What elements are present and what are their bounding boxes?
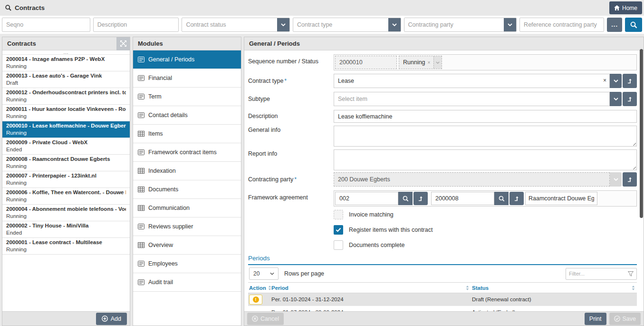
framework-agreement-label: Framework agreement — [248, 190, 334, 207]
form-icon — [138, 57, 144, 62]
clear-icon[interactable]: × — [603, 78, 606, 83]
contracting-party-label: Contracting party* — [248, 172, 334, 187]
home-button[interactable]: Home — [609, 1, 642, 14]
module-item-overview[interactable]: Overview — [133, 236, 241, 255]
module-item-documents[interactable]: Documents — [133, 180, 241, 199]
framework-number-field[interactable] — [431, 192, 494, 205]
contracts-panel-footer: Add — [2, 311, 130, 326]
chevron-down-icon[interactable] — [433, 56, 442, 69]
page-title-text: Contracts — [15, 4, 45, 11]
table-icon — [138, 205, 144, 211]
general-info-label: General info — [248, 126, 334, 147]
contract-list-item[interactable]: 2000012 - Onderhoudscontract printers in… — [2, 88, 130, 105]
reference-contracting-party-input[interactable] — [519, 18, 604, 32]
module-item-items[interactable]: Items — [133, 125, 241, 143]
subtype-goto-button[interactable] — [623, 92, 637, 106]
table-icon — [138, 131, 144, 137]
level-up-icon — [627, 177, 633, 182]
rows-per-page-label: Rows per page — [284, 270, 324, 277]
contract-list-item-selected[interactable]: 2000010 - Lease koffiemachine - Douwe Eg… — [2, 121, 130, 138]
expand-panel-button[interactable] — [116, 37, 130, 50]
sequence-status-group: Running × — [334, 54, 637, 70]
register-items-checkbox[interactable] — [334, 225, 343, 235]
required-asterisk: * — [284, 78, 287, 84]
sort-icon — [268, 286, 271, 290]
modules-list: General / Periods Financial Term Contact… — [133, 50, 241, 292]
module-item-reviews-supplier[interactable]: Reviews supplier — [133, 217, 241, 236]
module-item-framework-contract-items[interactable]: Framework contract items — [133, 143, 241, 162]
contract-type-dropdown-button[interactable] — [610, 74, 622, 88]
level-up-icon — [627, 96, 633, 102]
list-resize-handle[interactable]: ... — [2, 50, 130, 55]
framework-number-goto-button[interactable] — [509, 192, 524, 205]
column-header-status[interactable]: Status — [472, 285, 637, 291]
column-header-period[interactable]: Period — [271, 285, 472, 291]
contract-status-filter-select[interactable]: Contract status — [182, 18, 290, 32]
more-filters-button[interactable]: ... — [607, 18, 622, 32]
report-info-textarea[interactable] — [334, 149, 637, 170]
contract-type-goto-button[interactable] — [623, 74, 637, 88]
general-info-textarea[interactable] — [334, 126, 637, 147]
form-icon — [138, 261, 144, 267]
documents-complete-checkbox[interactable] — [334, 240, 343, 250]
contract-type-field[interactable] — [334, 74, 610, 88]
remove-tag-icon[interactable]: × — [428, 60, 434, 65]
periods-table-header: Action Period Status — [248, 282, 637, 293]
rows-per-page-select[interactable]: 20 — [249, 267, 279, 280]
period-table-row[interactable]: ! Per. 01-10-2024 - 31-12-2024 Draft (Re… — [248, 293, 637, 306]
module-item-audit-trail[interactable]: Audit trail — [133, 273, 241, 292]
form-footer: Cancel Print Save — [244, 311, 644, 326]
module-item-indexation[interactable]: Indexation — [133, 162, 241, 180]
module-item-financial[interactable]: Financial — [133, 69, 241, 88]
description-field[interactable] — [334, 110, 637, 123]
search-button[interactable] — [625, 18, 642, 32]
form-icon — [138, 279, 144, 285]
subtype-field[interactable] — [334, 92, 610, 106]
column-header-action[interactable]: Action — [248, 285, 271, 291]
contract-list-item[interactable]: 2000009 - Private Cloud - WebXEnded — [2, 138, 130, 155]
general-periods-panel: General / Periods Sequence number / Stat… — [244, 37, 644, 326]
contract-list-item[interactable]: 2000008 - Raamcontract Douwe EgbertsRunn… — [2, 155, 130, 171]
period-table-row[interactable]: Per. 01-07-2024 - 30-09-2024 Activated (… — [248, 306, 637, 311]
framework-number-search-button[interactable] — [494, 192, 509, 205]
contract-list-item[interactable]: 2000001 - Lease contract - MultileaseRun… — [2, 238, 130, 255]
modules-panel-header: Modules — [133, 37, 241, 50]
framework-code-field[interactable] — [335, 192, 398, 205]
form-panel-header: General / Periods — [244, 37, 644, 50]
status-tag: Running × — [399, 56, 442, 69]
add-contract-button[interactable]: Add — [96, 313, 127, 325]
contracting-party-field — [334, 172, 610, 187]
contract-list-item[interactable]: 2000002 - Tiny House - MiniVillaEnded — [2, 221, 130, 238]
print-button[interactable]: Print — [585, 313, 606, 325]
contract-list-item[interactable]: 2000011 - Huur kantoor locatie Vinkeveen… — [2, 105, 130, 121]
framework-name-field[interactable] — [525, 192, 597, 205]
periods-filter-input[interactable] — [569, 271, 628, 277]
periods-section-title: Periods — [248, 253, 637, 265]
vertical-scrollbar[interactable] — [640, 49, 643, 218]
module-item-general-periods[interactable]: General / Periods — [133, 50, 241, 69]
contract-list-item[interactable]: 2000013 - Lease auto's - Garage VinkDraf… — [2, 71, 130, 88]
period-warning-button[interactable]: ! — [249, 295, 262, 305]
description-filter-input[interactable] — [93, 18, 179, 32]
module-item-employees[interactable]: Employees — [133, 255, 241, 273]
contract-type-filter-select[interactable]: Contract type — [293, 18, 401, 32]
module-item-term[interactable]: Term — [133, 88, 241, 106]
sequence-number-field[interactable] — [335, 56, 397, 69]
framework-code-search-button[interactable] — [398, 192, 413, 205]
invoice-matching-row: Invoice matching — [334, 210, 394, 219]
module-item-communication[interactable]: Communication — [133, 199, 241, 217]
seqno-filter-input[interactable] — [2, 18, 90, 32]
filter-funnel-icon — [628, 271, 634, 277]
expand-arrows-icon — [120, 40, 126, 47]
framework-code-goto-button[interactable] — [413, 192, 428, 205]
form-icon — [138, 112, 144, 118]
contract-list-item[interactable]: 2000006 - Koffie, Thee en Watercont. - D… — [2, 188, 130, 205]
contract-list-item[interactable]: 2000007 - Printerpapier - 123inkt.nlRunn… — [2, 171, 130, 188]
contracting-party-filter-select[interactable]: Contracting party — [404, 18, 517, 32]
contract-list-item[interactable]: 2000014 - Inzage afnames P2P - WebXRunni… — [2, 55, 130, 71]
contract-list-item[interactable]: 2000004 - Abonnement mobiele telefoons -… — [2, 205, 130, 221]
module-item-contact-details[interactable]: Contact details — [133, 106, 241, 125]
plus-circle-icon — [102, 316, 108, 322]
contracting-party-goto-button[interactable] — [623, 172, 637, 187]
subtype-dropdown-button[interactable] — [610, 92, 622, 106]
